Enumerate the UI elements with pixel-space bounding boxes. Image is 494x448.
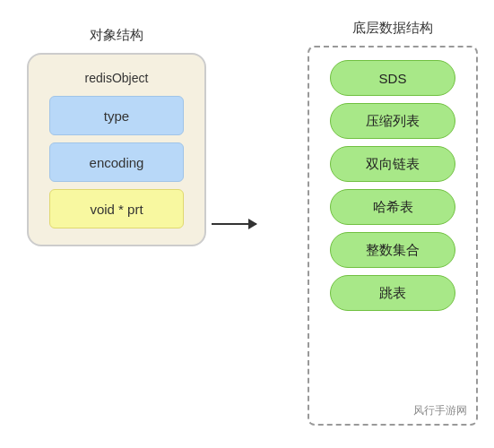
- ds-item-4: 整数集合: [330, 232, 455, 268]
- redis-object-box: redisObject type encoding void * prt: [27, 53, 206, 246]
- field-ptr: void * prt: [49, 189, 184, 228]
- ds-item-3: 哈希表: [330, 189, 455, 225]
- right-title: 底层数据结构: [308, 20, 478, 37]
- left-section: 对象结构 redisObject type encoding void * pr…: [27, 27, 206, 246]
- ds-item-2: 双向链表: [330, 146, 455, 182]
- arrow: [212, 223, 256, 225]
- right-section: 底层数据结构 SDS 压缩列表 双向链表 哈希表 整数集合 跳表 风行手游网: [308, 20, 478, 428]
- field-type: type: [49, 96, 184, 135]
- watermark: 风行手游网: [413, 403, 467, 418]
- ds-item-0: SDS: [330, 60, 455, 96]
- left-title: 对象结构: [90, 27, 143, 44]
- right-dashed-box: SDS 压缩列表 双向链表 哈希表 整数集合 跳表 风行手游网: [308, 46, 478, 426]
- field-encoding: encoding: [49, 142, 184, 182]
- redis-object-label: redisObject: [85, 71, 149, 85]
- ds-item-1: 压缩列表: [330, 103, 455, 139]
- arrow-line: [212, 223, 256, 225]
- diagram-container: 对象结构 redisObject type encoding void * pr…: [0, 0, 494, 448]
- ds-item-5: 跳表: [330, 275, 455, 311]
